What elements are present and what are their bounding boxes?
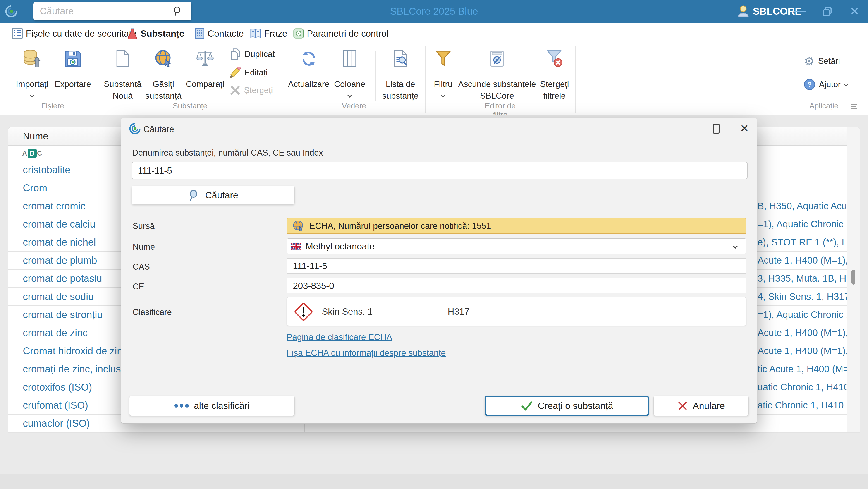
- search-dialog: Căutare ✕ Denumirea substanței, numărul …: [121, 118, 757, 424]
- ce-input[interactable]: [286, 278, 746, 294]
- hide-substances-icon: [488, 50, 506, 67]
- columns-icon: [341, 50, 359, 67]
- classification-label: Clasificare: [133, 307, 172, 317]
- group-label-app: Aplicație: [801, 101, 846, 110]
- columns-dropdown-chevron[interactable]: [347, 93, 352, 98]
- substance-list-icon: [392, 50, 409, 67]
- ce-label: CE: [133, 282, 144, 292]
- ellipsis-icon: [174, 404, 189, 407]
- book-icon: [250, 28, 261, 39]
- restore-button[interactable]: [823, 7, 833, 17]
- control-parameters-icon: [293, 28, 304, 39]
- refresh-icon: [300, 50, 317, 67]
- vertical-scrollbar[interactable]: [847, 127, 860, 432]
- query-input[interactable]: [131, 162, 748, 179]
- source-value: ECHA, Numărul persoanelor care notifică:…: [309, 221, 491, 231]
- import-dropdown-chevron[interactable]: [30, 93, 34, 98]
- checkmark-icon: [521, 400, 533, 412]
- gear-icon: ⚙: [804, 55, 814, 67]
- dialog-search-button[interactable]: Căutare: [131, 186, 295, 205]
- classification-panel: Skin Sens. 1 H317: [286, 297, 746, 326]
- tab-phrases[interactable]: Fraze: [250, 23, 287, 44]
- abc-filter-icon[interactable]: ABC: [22, 149, 42, 158]
- group-label-substances: Substanțe: [167, 101, 213, 110]
- new-document-icon: [114, 50, 131, 67]
- ribbon-menu-icon[interactable]: [850, 103, 858, 110]
- cancel-x-icon: [677, 400, 688, 411]
- pencil-icon: [230, 67, 241, 78]
- cancel-button[interactable]: Anulare: [653, 396, 749, 416]
- app-logo-icon: [5, 5, 18, 18]
- help-icon: ?: [804, 79, 815, 90]
- global-search-box[interactable]: [33, 2, 191, 20]
- query-label: Denumirea substanței, numărul CAS, CE sa…: [132, 148, 323, 158]
- echa-classification-link[interactable]: Pagina de clasificare ECHA: [286, 332, 392, 342]
- clear-filter-icon: [546, 50, 563, 67]
- source-label: Sursă: [133, 221, 155, 231]
- database-import-icon: [23, 50, 41, 67]
- uk-flag-icon: [291, 243, 301, 250]
- sds-doc-icon: [12, 28, 23, 39]
- cas-input[interactable]: [286, 258, 746, 274]
- column-header-name[interactable]: Nume: [23, 127, 48, 146]
- name-value: Methyl octanoate: [306, 241, 375, 251]
- duplicate-icon: [230, 49, 241, 60]
- substance-list-button[interactable]: Lista de substanțe: [375, 47, 425, 101]
- scrollbar-thumb[interactable]: [851, 270, 855, 284]
- compare-button[interactable]: Comparați: [180, 47, 230, 101]
- help-button[interactable]: ? Ajutor: [804, 79, 848, 90]
- source-globe-icon: [293, 220, 304, 232]
- echa-infocard-link[interactable]: Fișa ECHA cu informații despre substanțe: [286, 348, 446, 358]
- create-substance-button[interactable]: Creați o substanță: [485, 396, 649, 416]
- delete-x-icon: [230, 85, 240, 95]
- tab-control-parameters[interactable]: Parametri de control: [293, 23, 389, 44]
- building-icon: [195, 28, 205, 39]
- funnel-icon: [434, 50, 452, 67]
- title-bar: SBLCore 2025 Blue SBLCORE — ✕: [0, 0, 868, 23]
- name-select[interactable]: Methyl octanoate: [286, 238, 746, 254]
- dialog-logo-icon: [129, 123, 141, 134]
- tab-sds[interactable]: Fișele cu date de securitate: [12, 23, 136, 44]
- scales-icon: [196, 50, 214, 67]
- tab-substances[interactable]: Substanțe: [127, 23, 184, 44]
- floppy-export-icon: [64, 50, 82, 67]
- cas-label: CAS: [133, 262, 150, 272]
- ghs07-exclamation-pictogram: [293, 301, 314, 322]
- svg-text:?: ?: [808, 81, 812, 88]
- dialog-maximize-button[interactable]: [713, 124, 719, 133]
- help-dropdown-chevron[interactable]: [844, 82, 848, 87]
- search-icon[interactable]: [172, 6, 183, 17]
- dialog-close-button[interactable]: ✕: [738, 122, 751, 135]
- filter-dropdown-chevron[interactable]: [441, 93, 445, 98]
- tab-contacts[interactable]: Contacte: [195, 23, 244, 44]
- close-button[interactable]: ✕: [846, 0, 864, 23]
- dialog-title: Căutare: [144, 124, 174, 134]
- global-search-input[interactable]: [40, 2, 166, 20]
- name-select-chevron[interactable]: [733, 244, 738, 249]
- duplicate-button[interactable]: Duplicat: [230, 49, 275, 60]
- source-result-bar[interactable]: ECHA, Numărul persoanelor care notifică:…: [286, 218, 746, 234]
- minimize-button[interactable]: —: [791, 0, 809, 21]
- main-tab-bar: Fișele cu date de securitate Substanțe C…: [0, 23, 868, 44]
- ribbon: Importați Exportare Fișiere Substanță No…: [0, 44, 868, 115]
- name-label: Nume: [133, 242, 155, 252]
- hazard-class: Skin Sens. 1: [322, 297, 373, 326]
- clear-filters-button[interactable]: Ștergeți filtrele: [530, 47, 580, 101]
- window-bottom-strip: [0, 473, 868, 489]
- settings-button[interactable]: ⚙ Setări: [804, 55, 840, 67]
- other-classifications-button[interactable]: alte clasificări: [129, 396, 295, 416]
- flask-icon: [127, 28, 137, 39]
- group-label-files: Fișiere: [30, 101, 75, 110]
- hazard-code: H317: [448, 297, 469, 326]
- group-label-view: Vedere: [331, 101, 377, 110]
- globe-search-icon: [155, 50, 172, 67]
- edit-button[interactable]: Editați: [230, 67, 268, 78]
- dialog-search-icon: [188, 189, 200, 201]
- user-avatar-icon[interactable]: [737, 5, 750, 18]
